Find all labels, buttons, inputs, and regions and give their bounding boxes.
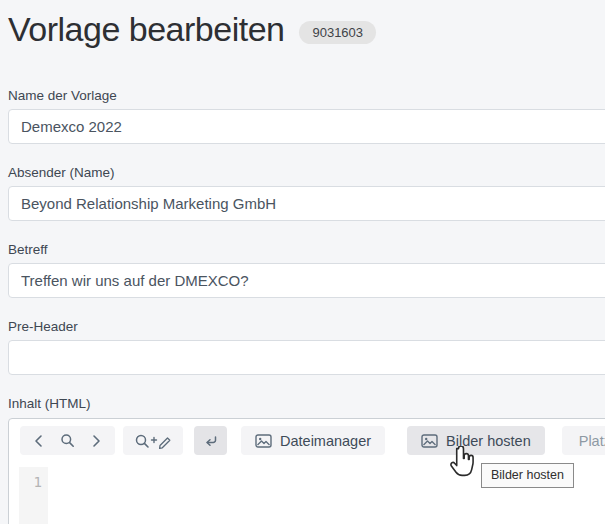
template-name-input[interactable] <box>8 109 605 144</box>
editor-toolbar: Dateimanager Bilder hosten Platzhalter <box>9 419 605 462</box>
sender-name-label: Absender (Name) <box>8 164 605 181</box>
search-icon[interactable] <box>60 433 75 448</box>
image-icon <box>255 434 272 448</box>
host-images-tooltip: Bilder hosten <box>481 463 574 488</box>
wrap-lines-icon <box>203 434 218 448</box>
field-preheader: Pre-Header <box>8 318 605 375</box>
preheader-input[interactable] <box>8 340 605 375</box>
search-nav-group <box>20 426 115 455</box>
field-template-name: Name der Vorlage <box>8 87 605 144</box>
search-replace-button[interactable] <box>123 426 183 455</box>
wrap-lines-button[interactable] <box>194 426 227 455</box>
page-title: Vorlage bearbeiten <box>8 10 284 49</box>
preheader-label: Pre-Header <box>8 318 605 335</box>
subject-input[interactable] <box>8 263 605 298</box>
field-content-html: Inhalt (HTML) <box>8 395 605 524</box>
code-left-spacer <box>9 467 19 524</box>
host-images-label: Bilder hosten <box>446 433 531 449</box>
page-header: Vorlage bearbeiten 9031603 <box>8 10 605 49</box>
template-name-label: Name der Vorlage <box>8 87 605 104</box>
placeholder-button[interactable]: Platzhalter <box>562 426 605 455</box>
search-replace-icon <box>134 432 172 450</box>
chevron-right-icon[interactable] <box>90 434 103 448</box>
chevron-left-icon[interactable] <box>32 434 45 448</box>
template-id-badge: 9031603 <box>299 21 376 44</box>
field-sender-name: Absender (Name) <box>8 164 605 221</box>
sender-name-input[interactable] <box>8 186 605 221</box>
edit-template-page: Vorlage bearbeiten 9031603 Name der Vorl… <box>0 0 605 524</box>
image-icon <box>421 434 438 448</box>
line-number-gutter: 1 <box>19 467 48 524</box>
content-html-label: Inhalt (HTML) <box>8 395 605 412</box>
file-manager-button[interactable]: Dateimanager <box>241 426 385 455</box>
placeholder-label: Platzhalter <box>579 433 605 449</box>
line-number: 1 <box>19 469 42 495</box>
field-subject: Betreff <box>8 241 605 298</box>
file-manager-label: Dateimanager <box>280 433 371 449</box>
host-images-button[interactable]: Bilder hosten <box>407 426 545 455</box>
subject-label: Betreff <box>8 241 605 258</box>
